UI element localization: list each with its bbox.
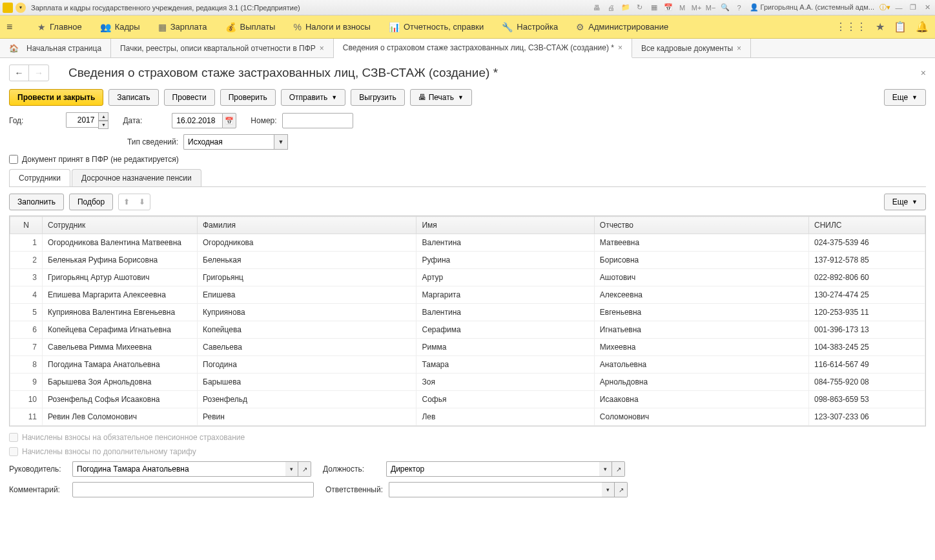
menu-main[interactable]: ★Главное (37, 22, 82, 32)
maximize-icon[interactable]: ❐ (908, 3, 918, 13)
pick-button[interactable]: Подбор (69, 194, 113, 210)
manager-field[interactable] (72, 461, 285, 477)
forward-button[interactable]: → (29, 65, 48, 81)
refresh-icon[interactable]: ↻ (635, 3, 645, 13)
printer-icon[interactable]: 🖨 (606, 3, 617, 13)
close-icon[interactable]: × (320, 44, 324, 53)
spin-up-icon[interactable]: ▲ (98, 112, 108, 121)
table-row[interactable]: 4 Епишева Маргарита Алексеевна Епишева М… (10, 286, 925, 304)
responsible-combo[interactable]: ▾ ↗ (389, 482, 628, 497)
dropdown-icon[interactable]: ▾ (602, 482, 615, 497)
open-icon[interactable]: ↗ (615, 482, 628, 497)
minimize-icon[interactable]: — (894, 3, 904, 13)
m-icon[interactable]: M (677, 3, 688, 13)
position-field[interactable] (386, 461, 599, 477)
col-snils[interactable]: СНИЛС (809, 217, 925, 234)
close-icon[interactable]: × (737, 44, 741, 53)
calendar-icon[interactable]: 📅 (222, 113, 236, 128)
table-row[interactable]: 7 Савельева Римма Михеевна Савельева Рим… (10, 339, 925, 356)
post-and-close-button[interactable]: Провести и закрыть (9, 89, 103, 106)
app-dropdown-icon[interactable]: ▾ (15, 3, 26, 13)
responsible-field[interactable] (389, 482, 602, 497)
type-select[interactable]: ▼ (183, 134, 288, 150)
m-plus-icon[interactable]: M+ (692, 3, 702, 13)
print-icon[interactable]: 🖶 (592, 3, 602, 13)
accepted-checkbox[interactable] (9, 155, 18, 164)
folder-icon[interactable]: 📁 (621, 3, 631, 13)
post-button[interactable]: Провести (164, 89, 215, 106)
table-more-button[interactable]: Еще▼ (884, 194, 926, 210)
col-firstname[interactable]: Имя (416, 217, 594, 234)
close-icon[interactable]: × (618, 43, 622, 52)
people-icon: 👥 (100, 22, 111, 32)
dropdown-icon[interactable]: ▼ (274, 134, 288, 150)
favorite-icon[interactable]: ★ (876, 21, 885, 33)
bell-icon[interactable]: 🔔 (916, 21, 929, 33)
dropdown-icon[interactable]: ▾ (285, 461, 298, 477)
tab-home[interactable]: Начальная страница (0, 39, 111, 57)
table-row[interactable]: 1 Огородникова Валентина Матвеевна Огоро… (10, 234, 925, 252)
comment-field[interactable] (72, 482, 314, 497)
tab-all-docs[interactable]: Все кадровые документы× (632, 39, 751, 57)
menu-nalogi[interactable]: %Налоги и взносы (293, 22, 371, 32)
fill-button[interactable]: Заполнить (9, 194, 64, 210)
manager-combo[interactable]: ▾ ↗ (72, 461, 311, 477)
inner-tab-employees[interactable]: Сотрудники (9, 169, 70, 186)
spin-down-icon[interactable]: ▼ (98, 121, 108, 129)
grid-icon[interactable]: ▦ (649, 3, 659, 13)
calendar-icon[interactable]: 📅 (663, 3, 673, 13)
export-button[interactable]: Выгрузить (351, 89, 405, 106)
table-row[interactable]: 10 Розенфельд Софья Исааковна Розенфельд… (10, 391, 925, 408)
table-row[interactable]: 11 Ревин Лев Соломонович Ревин Лев Солом… (10, 408, 925, 426)
menu-kadry[interactable]: 👥Кадры (100, 22, 140, 32)
menu-otchet[interactable]: 📊Отчетность, справки (389, 22, 484, 32)
write-button[interactable]: Записать (108, 89, 158, 106)
type-field[interactable] (183, 134, 274, 150)
send-button[interactable]: Отправить▼ (281, 89, 345, 106)
position-combo[interactable]: ▾ ↗ (386, 461, 625, 477)
number-field[interactable] (282, 113, 353, 128)
help-icon[interactable]: ? (734, 3, 745, 13)
print-button[interactable]: 🖶Печать▼ (410, 89, 472, 106)
hamburger-icon[interactable]: ≡ (6, 21, 19, 33)
table-row[interactable]: 8 Погодина Тамара Анатольевна Погодина Т… (10, 356, 925, 374)
menu-admin[interactable]: ⚙Администрирование (576, 22, 668, 32)
check-button[interactable]: Проверить (220, 89, 276, 106)
close-page-icon[interactable]: × (921, 68, 926, 78)
table-row[interactable]: 3 Григорьянц Артур Ашотович Григорьянц А… (10, 269, 925, 286)
year-input[interactable]: ▲▼ (66, 112, 108, 129)
dropdown-icon[interactable]: ▾ (599, 461, 612, 477)
col-n[interactable]: N (10, 217, 43, 234)
open-icon[interactable]: ↗ (298, 461, 311, 477)
responsible-label: Ответственный: (325, 485, 384, 494)
zoom-icon[interactable]: 🔍 (720, 3, 730, 13)
menu-nastroyka[interactable]: 🔧Настройка (502, 22, 558, 32)
year-field[interactable] (66, 112, 98, 128)
m-minus-icon[interactable]: M− (706, 3, 716, 13)
table-row[interactable]: 6 Копейцева Серафима Игнатьевна Копейцев… (10, 321, 925, 339)
user-info[interactable]: 👤 Григорьянц А.А. (системный адм... (750, 3, 874, 12)
apps-icon[interactable]: ⋮⋮⋮ (836, 21, 867, 33)
history-icon[interactable]: 📋 (894, 21, 907, 33)
date-field[interactable] (172, 113, 222, 128)
tab-pfr[interactable]: Пачки, реестры, описи квартальной отчетн… (111, 39, 334, 57)
info-icon[interactable]: ⓘ▾ (879, 3, 890, 13)
date-input[interactable]: 📅 (172, 113, 236, 128)
inner-tab-pension[interactable]: Досрочное назначение пенсии (72, 169, 201, 186)
open-icon[interactable]: ↗ (612, 461, 625, 477)
table-row[interactable]: 5 Куприянова Валентина Евгеньевна Куприя… (10, 304, 925, 321)
menu-vyplaty[interactable]: 💰Выплаты (225, 22, 276, 32)
col-employee[interactable]: Сотрудник (43, 217, 198, 234)
table-row[interactable]: 2 Беленькая Руфина Борисовна Беленькая Р… (10, 252, 925, 269)
table-row[interactable]: 9 Барышева Зоя Арнольдовна Барышева Зоя … (10, 374, 925, 391)
menu-zarplata[interactable]: ▦Зарплата (158, 22, 207, 32)
col-middlename[interactable]: Отчество (594, 217, 808, 234)
date-label: Дата: (123, 116, 142, 125)
tab-szv-stazh[interactable]: Сведения о страховом стаже застрахованны… (334, 39, 632, 58)
move-down-icon[interactable]: ⬇ (134, 194, 150, 210)
close-window-icon[interactable]: ✕ (922, 3, 932, 13)
col-lastname[interactable]: Фамилия (198, 217, 416, 234)
back-button[interactable]: ← (10, 65, 29, 81)
move-up-icon[interactable]: ⬆ (119, 194, 134, 210)
more-button[interactable]: Еще▼ (884, 89, 926, 106)
